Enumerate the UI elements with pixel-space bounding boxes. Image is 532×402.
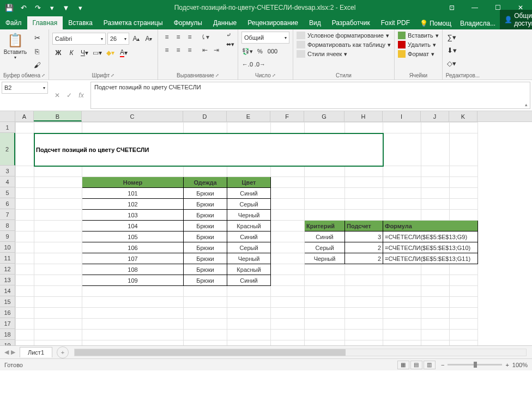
tab-data[interactable]: Данные: [208, 16, 242, 29]
title-cell[interactable]: Подсчет позиций по цвету СЧЕТЕСЛИ: [34, 133, 383, 166]
zoom-in-button[interactable]: +: [505, 362, 509, 368]
font-color-button[interactable]: A▾: [118, 47, 130, 59]
redo-icon[interactable]: ↷: [32, 2, 44, 14]
col-header-E[interactable]: E: [227, 111, 270, 121]
col-header-C[interactable]: C: [82, 111, 183, 121]
tab-layout[interactable]: Разметка страницы: [98, 16, 168, 29]
align-right-icon[interactable]: ≡: [184, 45, 195, 56]
increase-font-icon[interactable]: A▴: [131, 33, 142, 45]
select-all-corner[interactable]: [0, 111, 15, 121]
cell-styles-button[interactable]: Стили ячеек▾: [297, 50, 391, 58]
increase-decimal-icon[interactable]: ←.0: [241, 59, 253, 70]
qat-more-icon[interactable]: ▾: [74, 2, 86, 14]
align-left-icon[interactable]: ≡: [161, 45, 172, 56]
delete-cells-button[interactable]: Удалить▾: [398, 41, 439, 48]
tab-review[interactable]: Рецензирование: [242, 16, 304, 29]
tell-me[interactable]: 💡Помощ: [415, 17, 456, 29]
underline-button[interactable]: Ч▾: [78, 47, 90, 59]
tab-formulas[interactable]: Формулы: [168, 16, 208, 29]
col-header-G[interactable]: G: [304, 111, 344, 121]
tab-view[interactable]: Вид: [304, 16, 327, 29]
italic-button[interactable]: К: [65, 47, 77, 59]
col-header-K[interactable]: K: [449, 111, 477, 121]
comma-icon[interactable]: 000: [267, 46, 279, 57]
account-name[interactable]: Владисла...: [456, 17, 500, 29]
col-header-D[interactable]: D: [183, 111, 227, 121]
fx-icon[interactable]: fx: [76, 90, 87, 101]
row-header-7[interactable]: 7: [0, 209, 15, 220]
number-format-combo[interactable]: Общий▾: [241, 32, 289, 44]
worksheet-grid[interactable]: ABCDEFGHIJK 1234567891011121314151617181…: [0, 111, 532, 345]
insert-cells-button[interactable]: Вставить▾: [398, 32, 439, 39]
tab-home[interactable]: Главная: [27, 16, 63, 29]
row-header-13[interactable]: 13: [0, 275, 15, 285]
horizontal-scrollbar[interactable]: [74, 349, 527, 356]
font-size-combo[interactable]: 26▾: [107, 33, 129, 45]
sheet-tab-1[interactable]: Лист1: [20, 347, 52, 357]
ribbon-options-icon[interactable]: ⊡: [440, 0, 463, 15]
row-header-1[interactable]: 1: [0, 122, 15, 133]
row-header-9[interactable]: 9: [0, 231, 15, 242]
col-header-B[interactable]: B: [34, 111, 82, 121]
row-header-14[interactable]: 14: [0, 285, 15, 296]
row-header-16[interactable]: 16: [0, 307, 15, 318]
format-as-table-button[interactable]: Форматировать как таблицу▾: [297, 41, 391, 48]
clear-icon[interactable]: ◇▾: [446, 58, 458, 69]
formula-input[interactable]: Подсчет позиций по цвету СЧЕТЕСЛИ ▴: [90, 82, 530, 109]
wrap-text-icon[interactable]: ⤶: [226, 32, 234, 39]
zoom-level[interactable]: 100%: [512, 362, 528, 368]
decrease-decimal-icon[interactable]: .0→: [254, 59, 266, 70]
conditional-formatting-button[interactable]: Условное форматирование▾: [297, 32, 391, 39]
page-layout-view-icon[interactable]: ▤: [410, 361, 422, 369]
col-header-I[interactable]: I: [383, 111, 421, 121]
add-sheet-button[interactable]: +: [57, 346, 69, 358]
row-header-19[interactable]: 19: [0, 340, 15, 345]
filter-icon[interactable]: ▼: [60, 2, 72, 14]
row-header-5[interactable]: 5: [0, 187, 15, 198]
col-header-J[interactable]: J: [421, 111, 449, 121]
format-cells-button[interactable]: Формат▾: [398, 50, 439, 58]
share-button[interactable]: 👤Общий доступ: [500, 10, 532, 29]
row-header-4[interactable]: 4: [0, 176, 15, 187]
border-button[interactable]: ▭▾: [92, 47, 104, 59]
decrease-indent-icon[interactable]: ⇤: [200, 45, 210, 56]
row-header-12[interactable]: 12: [0, 264, 15, 275]
tab-foxit[interactable]: Foxit PDF: [376, 16, 415, 29]
row-header-10[interactable]: 10: [0, 242, 15, 253]
align-top-icon[interactable]: ≡: [161, 32, 172, 42]
page-break-view-icon[interactable]: ▥: [424, 361, 436, 369]
cut-icon[interactable]: ✂: [31, 32, 44, 44]
copy-icon[interactable]: ⎘: [31, 45, 44, 57]
normal-view-icon[interactable]: ▦: [397, 361, 409, 369]
align-launcher-icon[interactable]: ⤢: [215, 73, 219, 78]
format-painter-icon[interactable]: 🖌: [31, 59, 44, 71]
tab-file[interactable]: Файл: [0, 16, 27, 29]
increase-indent-icon[interactable]: ⇥: [211, 45, 222, 56]
col-header-F[interactable]: F: [270, 111, 304, 121]
autosum-icon[interactable]: ∑▾: [446, 32, 458, 42]
accept-edit-icon[interactable]: ✓: [64, 90, 75, 101]
row-header-8[interactable]: 8: [0, 220, 15, 231]
col-header-A[interactable]: A: [15, 111, 34, 121]
sheet-prev-icon[interactable]: ◀: [4, 349, 9, 356]
decrease-font-icon[interactable]: A▾: [143, 33, 154, 45]
row-header-2[interactable]: 2: [0, 133, 15, 166]
col-header-H[interactable]: H: [344, 111, 383, 121]
percent-icon[interactable]: %: [254, 46, 266, 57]
tab-insert[interactable]: Вставка: [63, 16, 98, 29]
zoom-slider[interactable]: [448, 364, 502, 366]
row-header-18[interactable]: 18: [0, 329, 15, 340]
name-box[interactable]: B2▾: [2, 82, 48, 94]
expand-formula-icon[interactable]: ▴: [525, 102, 528, 107]
row-header-17[interactable]: 17: [0, 318, 15, 329]
accounting-icon[interactable]: 💱▾: [241, 46, 253, 57]
row-header-3[interactable]: 3: [0, 166, 15, 176]
save-icon[interactable]: 💾: [3, 2, 15, 14]
minimize-icon[interactable]: —: [463, 0, 486, 15]
zoom-out-button[interactable]: −: [441, 362, 444, 368]
row-header-15[interactable]: 15: [0, 296, 15, 307]
cells-area[interactable]: Подсчет позиций по цвету СЧЕТЕСЛИНомерОд…: [15, 122, 532, 345]
clipboard-launcher-icon[interactable]: ⤢: [41, 73, 45, 78]
tab-developer[interactable]: Разработчик: [327, 16, 376, 29]
align-center-icon[interactable]: ≡: [173, 45, 184, 56]
